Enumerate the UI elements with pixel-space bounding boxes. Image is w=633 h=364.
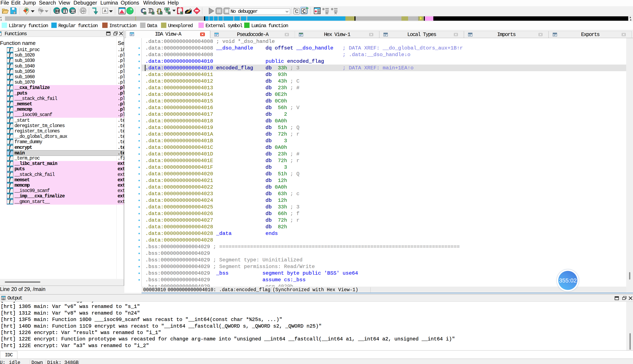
svg-text:010: 010	[71, 10, 75, 13]
svg-text:C: C	[295, 8, 298, 14]
svg-text:C: C	[302, 8, 306, 14]
svg-text:A: A	[104, 9, 106, 13]
svg-text:T: T	[64, 8, 67, 14]
